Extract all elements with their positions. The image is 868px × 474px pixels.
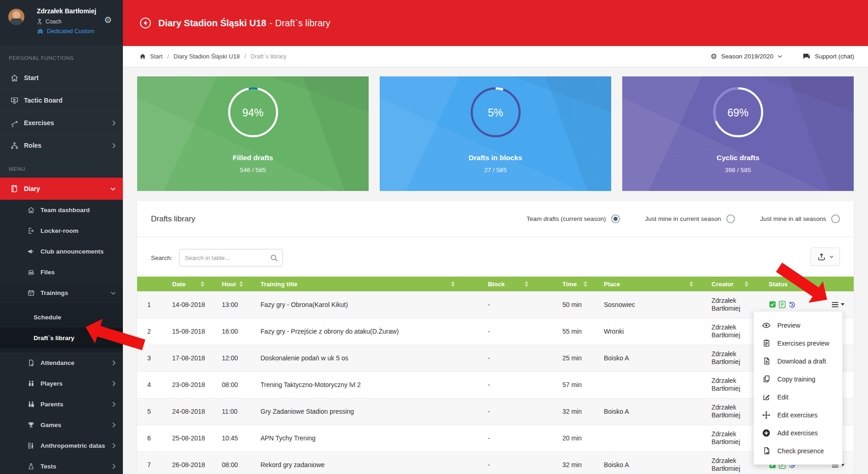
breadcrumb-item-start[interactable]: Start (150, 53, 162, 60)
chevron-right-icon (112, 401, 116, 407)
search-input[interactable] (179, 249, 283, 266)
chat-icon (803, 53, 810, 60)
back-button[interactable] (139, 17, 152, 29)
sidebar-item-locker-room[interactable]: Locker-room (0, 220, 123, 241)
row-context-menu: PreviewExercises previewDownload a draft… (753, 311, 843, 465)
sidebar-item-players[interactable]: Players (0, 373, 123, 394)
context-menu-item-copy-training[interactable]: Copy training (754, 370, 842, 388)
export-icon (817, 252, 826, 261)
col-training-title[interactable]: Training title (249, 277, 461, 291)
draft-check-icon[interactable] (769, 301, 776, 308)
sidebar-item-start[interactable]: Start (0, 67, 123, 89)
move-icon (762, 410, 771, 420)
chevron-down-icon (777, 55, 782, 58)
cell-block: - (461, 398, 535, 425)
person-icon (37, 18, 42, 25)
chevron-right-icon (112, 443, 116, 449)
col-status: Status (755, 277, 854, 291)
context-menu-item-edit[interactable]: Edit (754, 388, 842, 406)
card-drafts-in-blocks: 5% Drafts in blocks 27 / 585 (380, 76, 611, 191)
sidebar-item-files[interactable]: Files (0, 262, 123, 283)
card-label: Filled drafts (137, 154, 369, 162)
sidebar: Zdrzałek Bartłomiej Coach Dedicated Cust… (0, 0, 123, 474)
context-menu-item-preview[interactable]: Preview (754, 316, 842, 334)
user-role: Coach (37, 18, 62, 25)
sidebar-item-games[interactable]: Games (0, 415, 123, 435)
sort-icon (239, 281, 243, 287)
sort-icon (745, 281, 748, 287)
sidebar-item-tactic-board[interactable]: Tactic Board (0, 89, 123, 112)
sidebar-item-team-dashboard[interactable]: Team dashboard (0, 200, 123, 220)
chevron-right-icon (112, 422, 116, 428)
col-time[interactable]: Time (535, 277, 594, 291)
settings-gear-icon[interactable]: ⚙ (104, 15, 112, 25)
chevron-down-icon (841, 303, 845, 306)
filter-team-drafts[interactable]: Team drafts (current season) (527, 214, 620, 223)
calendar-icon (26, 289, 35, 297)
breadcrumb-item-diary[interactable]: Diary Stadion Śląski U18 (174, 53, 240, 60)
col-place[interactable]: Place (594, 277, 700, 291)
context-menu-item-add-exercises[interactable]: Add exercises (754, 424, 842, 442)
gear-icon: ⚙ (711, 52, 717, 61)
sidebar-item-tests[interactable]: Tests (0, 456, 123, 474)
cell-time: 32 min (535, 398, 594, 425)
sidebar-item-schedule[interactable]: Schedule (0, 307, 123, 328)
row-actions-menu-button[interactable] (831, 301, 845, 308)
cell-training-title: Fazy gry - Przejście z obrony do ataku(D… (249, 318, 461, 345)
sidebar-item-trainings[interactable]: Trainings (0, 283, 123, 303)
card-percent: 5% (380, 107, 611, 119)
card-counts: 546 / 585 (137, 167, 369, 173)
sidebar-item-roles[interactable]: Roles (0, 134, 123, 157)
filter-mine-current-season[interactable]: Just mine in current season (645, 214, 735, 223)
breadcrumb-home-icon[interactable] (139, 53, 146, 59)
search-box (179, 249, 283, 266)
trophy-icon (26, 421, 35, 429)
sidebar-item-attendance[interactable]: Attendance (0, 353, 123, 373)
radio-icon[interactable] (726, 214, 735, 223)
cell-time: 25 min (535, 345, 594, 371)
context-menu-item-exercises-preview[interactable]: Exercises preview (754, 334, 842, 352)
col-date[interactable]: Date (161, 277, 211, 291)
season-selector[interactable]: ⚙ Season 2019/2020 (711, 52, 783, 61)
context-menu-item-label: Check presence (777, 447, 824, 455)
cell-block: - (461, 451, 535, 474)
cell-time: 20 min (535, 425, 594, 451)
sidebar-item-parents[interactable]: Parents (0, 394, 123, 415)
history-sync-icon[interactable] (788, 301, 796, 309)
radio-icon[interactable] (831, 214, 840, 223)
filter-mine-all-seasons[interactable]: Just mine in all seasons (760, 214, 840, 223)
flask-icon (26, 462, 35, 470)
cell-date: 25-08-2018 (161, 425, 211, 451)
breadcrumb: Start / Diary Stadion Śląski U18 / Draft… (123, 46, 868, 67)
user-plan[interactable]: Dedicated Custom (37, 28, 94, 35)
sidebar-item-drafts-library[interactable]: Draft`s library (0, 328, 123, 348)
menu-label: MENU (0, 157, 123, 178)
sidebar-item-anthropometric-datas[interactable]: Anthropometric datas (0, 435, 123, 456)
export-button[interactable] (810, 248, 840, 266)
context-menu-item-download-a-draft[interactable]: Download a draft (754, 352, 842, 370)
sidebar-item-diary[interactable]: Diary (0, 178, 123, 200)
support-chat-button[interactable]: Support (chat) (803, 53, 854, 60)
context-menu-item-label: Edit (777, 393, 788, 401)
sidebar-item-club-announcements[interactable]: Club announcements (0, 241, 123, 262)
context-menu-item-edit-exercises[interactable]: Edit exercises (754, 406, 842, 424)
user-profile[interactable]: Zdrzałek Bartłomiej Coach Dedicated Cust… (0, 0, 123, 46)
col-num (137, 277, 161, 291)
chevron-down-icon (110, 291, 116, 295)
cell-hour: 12:00 (211, 345, 249, 371)
sidebar-item-exercises[interactable]: Exercises (0, 112, 123, 134)
col-hour[interactable]: Hour (211, 277, 249, 291)
table-row: 114-08-201813:00Fazy gry - Obrona(Karol … (137, 291, 854, 318)
cell-time: 50 min (535, 291, 594, 318)
col-block[interactable]: Block (461, 277, 535, 291)
radio-selected-icon[interactable] (611, 214, 620, 223)
cell-block: - (461, 371, 535, 398)
cell-training-title: Rekord gry zadaniowe (249, 451, 461, 474)
cell-hour: 16:00 (211, 318, 249, 345)
avatar[interactable] (8, 9, 24, 25)
draft-notes-icon[interactable] (779, 301, 786, 308)
context-menu-item-check-presence[interactable]: Check presence (754, 442, 842, 460)
chevron-down-icon (829, 255, 833, 258)
card-filled-drafts: 94% Filled drafts 546 / 585 (137, 76, 369, 191)
col-creator[interactable]: Creator (700, 277, 755, 291)
